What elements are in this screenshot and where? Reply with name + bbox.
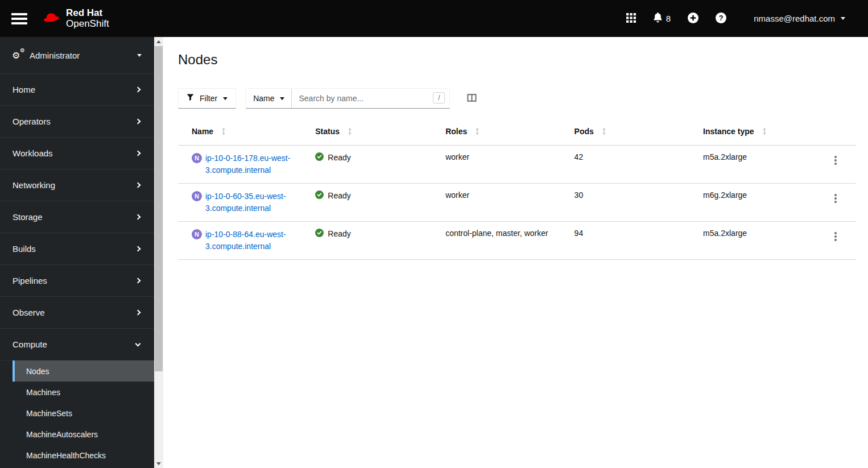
caret-down-icon (280, 97, 284, 100)
search-input[interactable] (292, 89, 449, 108)
chevron-right-icon (135, 151, 141, 156)
brand-line1: Red Hat (66, 8, 109, 19)
status-text: Ready (328, 153, 350, 162)
filter-funnel-icon (187, 94, 194, 103)
sidebar: ⚙⚙ Administrator Home Operators Workload… (0, 37, 154, 468)
slash-shortcut-hint: / (433, 92, 445, 103)
table-header-row: Name Status Roles Pods Instance type (178, 121, 856, 146)
sidebar-item-compute[interactable]: Compute (0, 329, 154, 361)
kebab-menu-button[interactable] (832, 154, 839, 167)
notifications-button[interactable]: 8 (653, 13, 671, 24)
node-link[interactable]: ip-10-0-60-35.eu-west-3.compute.internal (205, 190, 297, 214)
chevron-right-icon (135, 87, 141, 93)
cogs-icon: ⚙⚙ (13, 49, 24, 61)
kebab-menu-button[interactable] (832, 230, 839, 243)
sort-icon (348, 128, 352, 137)
sidebar-item-pipelines[interactable]: Pipelines (0, 265, 154, 297)
sidebar-scrollbar[interactable] (154, 37, 163, 468)
chevron-right-icon (135, 183, 141, 188)
table-row: N ip-10-0-16-178.eu-west-3.compute.inter… (178, 146, 856, 184)
sidebar-item-operators[interactable]: Operators (0, 106, 154, 138)
chevron-right-icon (135, 246, 141, 252)
columns-icon (467, 93, 477, 104)
kebab-menu-button[interactable] (832, 192, 839, 205)
bell-icon (653, 13, 663, 24)
redhat-fedora-icon (41, 10, 61, 28)
sidebar-item-machineautoscalers[interactable]: MachineAutoscalers (0, 424, 154, 445)
help-button[interactable]: ? (716, 13, 726, 25)
node-resource-badge: N (192, 153, 202, 163)
instance-type-cell: m5a.2xlarge (694, 222, 822, 260)
user-menu[interactable]: nmasse@redhat.com (754, 14, 845, 23)
pods-cell: 30 (565, 184, 694, 222)
sort-icon (602, 128, 606, 137)
node-link[interactable]: ip-10-0-88-64.eu-west-3.compute.internal (205, 229, 297, 252)
column-header-status[interactable]: Status (306, 121, 436, 146)
table-row: N ip-10-0-88-64.eu-west-3.compute.intern… (178, 222, 856, 260)
sidebar-item-machines[interactable]: Machines (0, 382, 154, 403)
column-header-name[interactable]: Name (178, 121, 306, 146)
pods-cell: 94 (565, 222, 694, 260)
sidebar-item-machinesets[interactable]: MachineSets (0, 403, 154, 424)
masthead: Red Hat OpenShift 8 (0, 0, 868, 37)
search-type-dropdown[interactable]: Name (246, 89, 292, 108)
grid-icon (626, 13, 636, 24)
search-wrap: / (292, 89, 449, 108)
sidebar-item-observe[interactable]: Observe (0, 297, 154, 329)
hamburger-icon (11, 13, 27, 15)
sidebar-item-builds[interactable]: Builds (0, 233, 154, 265)
question-circle-icon: ? (716, 13, 726, 25)
scroll-down-arrow[interactable] (154, 459, 163, 468)
perspective-switcher[interactable]: ⚙⚙ Administrator (0, 37, 154, 74)
scrollbar-thumb[interactable] (155, 46, 163, 371)
ready-check-icon (315, 152, 324, 163)
filter-dropdown[interactable]: Filter (178, 88, 236, 109)
ready-check-icon (315, 229, 324, 239)
column-header-instance-type[interactable]: Instance type (694, 121, 822, 146)
ready-check-icon (315, 190, 324, 201)
main-content: Nodes Filter Name / (163, 37, 868, 468)
nav-toggle-button[interactable] (11, 13, 27, 24)
search-filter-group: Name / (246, 88, 450, 109)
caret-down-icon (137, 54, 142, 57)
sidebar-nav: Home Operators Workloads Networking Stor… (0, 74, 154, 361)
chevron-right-icon (135, 119, 141, 125)
brand-line2: OpenShift (66, 19, 109, 30)
sort-icon (221, 128, 226, 137)
sidebar-item-workloads[interactable]: Workloads (0, 138, 154, 169)
perspective-label: Administrator (30, 51, 131, 60)
chevron-right-icon (135, 278, 141, 284)
toolbar: Filter Name / (178, 88, 856, 109)
caret-down-icon (223, 97, 228, 100)
roles-cell: worker (436, 146, 565, 184)
app-launcher-button[interactable] (626, 13, 636, 24)
brand-logo: Red Hat OpenShift (41, 8, 109, 29)
sidebar-item-storage[interactable]: Storage (0, 201, 154, 233)
sidebar-item-home[interactable]: Home (0, 74, 154, 106)
svg-text:?: ? (719, 14, 724, 22)
sidebar-item-machinehealthchecks[interactable]: MachineHealthChecks (0, 445, 154, 466)
nodes-table: Name Status Roles Pods Instance type N i… (178, 121, 856, 260)
plus-circle-icon (688, 13, 698, 25)
node-resource-badge: N (192, 191, 202, 201)
sort-icon (762, 128, 767, 137)
node-link[interactable]: ip-10-0-16-178.eu-west-3.compute.interna… (205, 152, 297, 176)
manage-columns-button[interactable] (467, 93, 477, 104)
chevron-right-icon (135, 310, 141, 316)
pods-cell: 42 (565, 146, 694, 184)
column-header-actions (823, 121, 856, 146)
roles-cell: control-plane, master, worker (436, 222, 565, 260)
roles-cell: worker (436, 184, 565, 222)
column-header-roles[interactable]: Roles (436, 121, 565, 146)
sidebar-item-networking[interactable]: Networking (0, 169, 154, 201)
user-email: nmasse@redhat.com (754, 14, 835, 23)
node-resource-badge: N (192, 229, 202, 239)
instance-type-cell: m6g.2xlarge (694, 184, 822, 222)
sidebar-item-nodes[interactable]: Nodes (13, 361, 154, 382)
status-text: Ready (328, 229, 350, 238)
column-header-pods[interactable]: Pods (565, 121, 694, 146)
brand-text: Red Hat OpenShift (66, 8, 109, 29)
page-title: Nodes (178, 52, 856, 68)
scroll-up-arrow[interactable] (154, 37, 163, 46)
quick-create-button[interactable] (688, 13, 698, 25)
